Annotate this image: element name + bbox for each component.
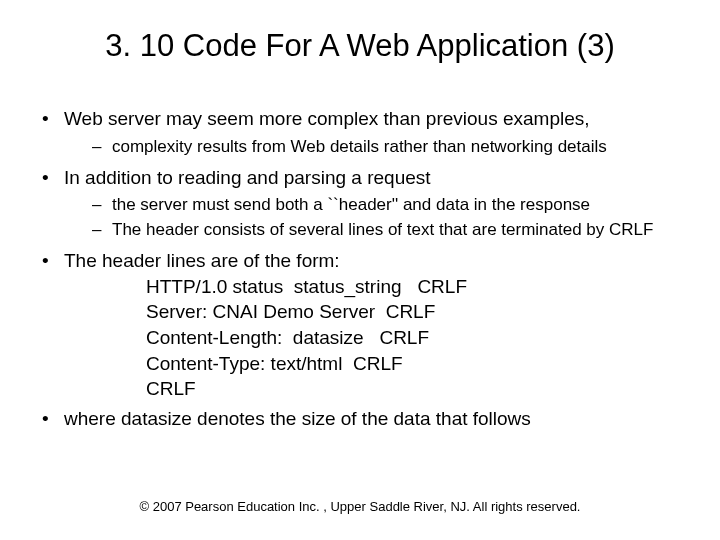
bullet-2-sub: the server must send both a ``header'' a…	[64, 194, 684, 242]
slide-title: 3. 10 Code For A Web Application (3)	[36, 28, 684, 64]
header-lines: HTTP/1.0 status status_string CRLF Serve…	[64, 274, 684, 402]
bullet-1-text: Web server may seem more complex than pr…	[64, 108, 590, 129]
slide: 3. 10 Code For A Web Application (3) Web…	[0, 0, 720, 540]
header-line-1: HTTP/1.0 status status_string CRLF	[146, 274, 684, 300]
footer-copyright: © 2007 Pearson Education Inc. , Upper Sa…	[0, 499, 720, 514]
bullet-2: In addition to reading and parsing a req…	[36, 165, 684, 243]
bullet-2-sub-1: the server must send both a ``header'' a…	[64, 194, 684, 217]
bullet-2-text: In addition to reading and parsing a req…	[64, 167, 431, 188]
bullet-1-sub: complexity results from Web details rath…	[64, 136, 684, 159]
bullet-3-text: The header lines are of the form:	[64, 250, 340, 271]
header-line-4: Content-Type: text/html CRLF	[146, 351, 684, 377]
bullet-2-sub-2: The header consists of several lines of …	[64, 219, 684, 242]
bullet-list: Web server may seem more complex than pr…	[36, 106, 684, 432]
bullet-1: Web server may seem more complex than pr…	[36, 106, 684, 159]
header-line-2: Server: CNAI Demo Server CRLF	[146, 299, 684, 325]
header-line-3: Content-Length: datasize CRLF	[146, 325, 684, 351]
bullet-1-sub-1: complexity results from Web details rath…	[64, 136, 684, 159]
bullet-4: where datasize denotes the size of the d…	[36, 406, 684, 432]
bullet-3: The header lines are of the form: HTTP/1…	[36, 248, 684, 402]
header-line-5: CRLF	[146, 376, 684, 402]
